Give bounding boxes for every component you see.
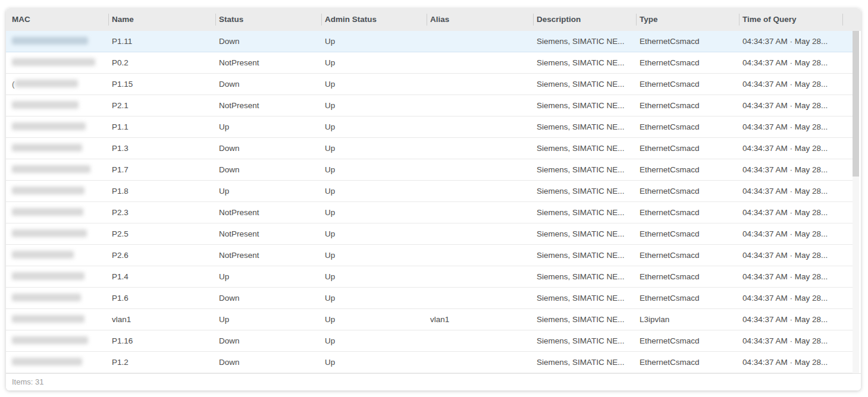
- mac-visible-prefix: (: [12, 80, 15, 89]
- mac-redacted-value: [12, 251, 74, 259]
- cell-description: Siemens, SIMATIC NE...: [533, 138, 636, 159]
- cell-admin-status: Up: [321, 116, 427, 137]
- cell-name: P2.6: [108, 245, 215, 266]
- cell-description: Siemens, SIMATIC NE...: [533, 352, 636, 373]
- cell-type: EthernetCsmacd: [636, 116, 739, 137]
- cell-time-of-query: 04:34:37 AM · May 28...: [739, 245, 842, 266]
- cell-name: P1.8: [108, 181, 215, 201]
- cell-time-of-query: 04:34:37 AM · May 28...: [739, 52, 842, 73]
- table-row[interactable]: P1.3 Down Up Siemens, SIMATIC NE... Ethe…: [6, 138, 853, 159]
- cell-description: Siemens, SIMATIC NE...: [533, 52, 636, 73]
- column-header-description[interactable]: Description: [533, 8, 636, 31]
- cell-description: Siemens, SIMATIC NE...: [533, 330, 636, 351]
- cell-mac: [6, 95, 108, 116]
- cell-status: Down: [215, 330, 321, 351]
- table-row[interactable]: ( P1.15 Down Up Siemens, SIMATIC NE... E…: [6, 74, 853, 95]
- table-row[interactable]: P1.1 Up Up Siemens, SIMATIC NE... Ethern…: [6, 116, 853, 138]
- cell-status: Up: [215, 116, 321, 137]
- table-row[interactable]: P1.16 Down Up Siemens, SIMATIC NE... Eth…: [6, 330, 853, 352]
- cell-name: P1.1: [108, 116, 215, 137]
- cell-time-of-query: 04:34:37 AM · May 28...: [739, 74, 842, 94]
- table-header: MAC Name Status Admin Status Alias Descr…: [6, 8, 861, 31]
- cell-type: EthernetCsmacd: [636, 95, 739, 116]
- table-rows: P1.11 Down Up Siemens, SIMATIC NE... Eth…: [6, 31, 853, 373]
- table-row[interactable]: P1.4 Up Up Siemens, SIMATIC NE... Ethern…: [6, 266, 853, 288]
- column-header-name[interactable]: Name: [108, 8, 215, 31]
- table-row[interactable]: P1.2 Down Up Siemens, SIMATIC NE... Ethe…: [6, 352, 853, 373]
- cell-type: EthernetCsmacd: [636, 245, 739, 266]
- cell-alias: [427, 159, 533, 180]
- mac-redacted-value: [15, 80, 78, 87]
- items-count: Items: 31: [12, 377, 43, 386]
- cell-name: P1.3: [108, 138, 215, 159]
- cell-admin-status: Up: [321, 309, 427, 330]
- mac-redacted-value: [12, 144, 82, 152]
- column-header-spacer: [842, 8, 861, 31]
- cell-type: EthernetCsmacd: [636, 159, 739, 180]
- mac-redacted-value: [12, 165, 90, 173]
- mac-redacted-value: [12, 122, 86, 130]
- cell-mac: [6, 202, 108, 223]
- mac-redacted-value: [12, 294, 81, 301]
- cell-type: EthernetCsmacd: [636, 202, 739, 223]
- cell-description: Siemens, SIMATIC NE...: [533, 74, 636, 94]
- mac-redacted-value: [12, 336, 88, 344]
- cell-status: NotPresent: [215, 52, 321, 73]
- cell-admin-status: Up: [321, 31, 427, 52]
- cell-mac: [6, 159, 108, 180]
- cell-alias: [427, 202, 533, 223]
- column-header-admin-status[interactable]: Admin Status: [321, 8, 427, 31]
- cell-time-of-query: 04:34:37 AM · May 28...: [739, 159, 842, 180]
- scrollbar-thumb[interactable]: [853, 31, 859, 177]
- table-row[interactable]: P2.3 NotPresent Up Siemens, SIMATIC NE..…: [6, 202, 853, 223]
- table-row[interactable]: P1.8 Up Up Siemens, SIMATIC NE... Ethern…: [6, 181, 853, 202]
- cell-mac: [6, 309, 108, 330]
- table-row[interactable]: P2.1 NotPresent Up Siemens, SIMATIC NE..…: [6, 95, 853, 116]
- mac-redacted-value: [12, 37, 88, 45]
- vertical-scrollbar[interactable]: [853, 31, 859, 373]
- cell-name: P2.1: [108, 95, 215, 116]
- cell-description: Siemens, SIMATIC NE...: [533, 309, 636, 330]
- cell-name: P2.5: [108, 223, 215, 244]
- mac-redacted-value: [12, 187, 84, 194]
- table-row[interactable]: P2.6 NotPresent Up Siemens, SIMATIC NE..…: [6, 245, 853, 266]
- cell-type: L3ipvlan: [636, 309, 739, 330]
- interfaces-table-panel: MAC Name Status Admin Status Alias Descr…: [6, 8, 861, 390]
- cell-mac: [6, 138, 108, 159]
- mac-redacted-value: [12, 58, 95, 66]
- cell-admin-status: Up: [321, 202, 427, 223]
- table-row[interactable]: P2.5 NotPresent Up Siemens, SIMATIC NE..…: [6, 223, 853, 245]
- table-row[interactable]: P1.11 Down Up Siemens, SIMATIC NE... Eth…: [6, 31, 853, 52]
- cell-alias: [427, 74, 533, 94]
- cell-status: Down: [215, 352, 321, 373]
- table-row[interactable]: vlan1 Up Up vlan1 Siemens, SIMATIC NE...…: [6, 309, 853, 330]
- table-row[interactable]: P1.7 Down Up Siemens, SIMATIC NE... Ethe…: [6, 159, 853, 181]
- cell-admin-status: Up: [321, 223, 427, 244]
- cell-name: vlan1: [108, 309, 215, 330]
- cell-admin-status: Up: [321, 245, 427, 266]
- cell-type: EthernetCsmacd: [636, 266, 739, 287]
- cell-alias: [427, 330, 533, 351]
- column-header-mac[interactable]: MAC: [6, 8, 108, 31]
- cell-admin-status: Up: [321, 52, 427, 73]
- mac-redacted-value: [12, 315, 84, 323]
- cell-alias: [427, 223, 533, 244]
- cell-type: EthernetCsmacd: [636, 181, 739, 201]
- table-row[interactable]: P0.2 NotPresent Up Siemens, SIMATIC NE..…: [6, 52, 853, 74]
- cell-status: Down: [215, 159, 321, 180]
- column-header-time-of-query[interactable]: Time of Query: [739, 8, 842, 31]
- column-header-alias[interactable]: Alias: [427, 8, 533, 31]
- cell-name: P1.7: [108, 159, 215, 180]
- cell-admin-status: Up: [321, 74, 427, 94]
- cell-name: P1.2: [108, 352, 215, 373]
- table-row[interactable]: P1.6 Down Up Siemens, SIMATIC NE... Ethe…: [6, 288, 853, 309]
- table-footer: Items: 31: [6, 373, 861, 390]
- cell-description: Siemens, SIMATIC NE...: [533, 159, 636, 180]
- column-header-status[interactable]: Status: [215, 8, 321, 31]
- cell-time-of-query: 04:34:37 AM · May 28...: [739, 223, 842, 244]
- cell-status: Down: [215, 31, 321, 52]
- cell-mac: [6, 31, 108, 52]
- cell-alias: vlan1: [427, 309, 533, 330]
- column-header-type[interactable]: Type: [636, 8, 739, 31]
- cell-mac: [6, 266, 108, 287]
